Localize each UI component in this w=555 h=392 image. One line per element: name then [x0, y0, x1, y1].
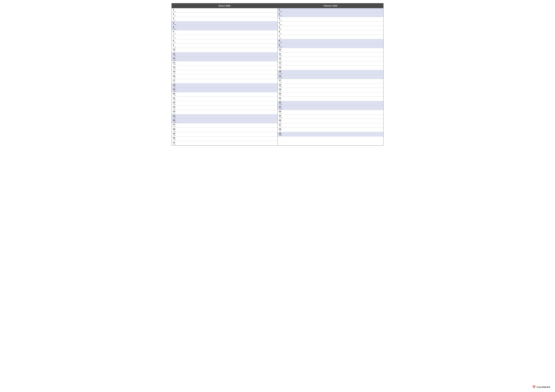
day-info: 2 JUE [173, 13, 176, 17]
day-name: JUE [173, 139, 176, 141]
day-number: 3 [173, 17, 176, 19]
day-number: 17 [279, 79, 282, 81]
day-info: 10 VIE [173, 48, 176, 52]
day-number: 7 [279, 35, 282, 37]
day-info: 13 JUE [279, 62, 282, 65]
day-name: MIÉ [279, 90, 282, 92]
day-number: 15 [173, 71, 176, 72]
day-info: 15 MIÉ [173, 71, 176, 74]
day-row: 10 LUN [278, 48, 384, 52]
day-name: JUE [279, 95, 282, 96]
day-row: 11 MAR [278, 52, 384, 57]
day-name: DOM [173, 59, 176, 61]
day-info: 16 DOM [279, 75, 282, 78]
day-row: 19 DOM [172, 88, 278, 92]
day-number: 23 [173, 106, 176, 108]
day-info: 10 LUN [279, 48, 282, 52]
day-number: 20 [279, 93, 282, 95]
day-row: 18 SÁB [172, 84, 278, 88]
day-name: VIE [173, 50, 176, 52]
day-row: 6 JUE [278, 30, 384, 35]
day-row: 1 MIÉ [172, 8, 278, 13]
day-number: 5 [279, 26, 282, 28]
day-name: LUN [173, 126, 176, 127]
day-info: 1 SÁB [279, 8, 282, 12]
day-name: SÁB [279, 104, 282, 105]
day-info: 3 VIE [173, 17, 176, 21]
day-info: 4 SÁB [173, 22, 176, 25]
day-number: 12 [279, 57, 282, 59]
day-row: 19 MIÉ [278, 88, 384, 92]
day-row: 4 MAR [278, 21, 384, 26]
day-number: 28 [173, 128, 176, 130]
day-name: MAR [173, 68, 176, 70]
day-info: 7 MAR [173, 35, 176, 39]
day-number: 6 [173, 31, 176, 33]
day-row: 8 MIÉ [172, 39, 278, 44]
day-info: 19 MIÉ [279, 88, 282, 92]
day-name: JUE [173, 77, 176, 78]
day-number: 9 [279, 44, 282, 46]
day-number: 11 [173, 53, 176, 55]
day-name: JUE [279, 126, 282, 127]
day-row: 15 MIÉ [172, 70, 278, 75]
day-info: 18 MAR [279, 84, 282, 87]
enero-days-list: 1 MIÉ 2 JUE 3 VIE 4 SÁB 5 DOM [172, 8, 278, 145]
day-name: VIE [279, 37, 282, 39]
day-name: LUN [173, 33, 176, 34]
day-row: 10 VIE [172, 48, 278, 52]
day-number: 9 [173, 44, 176, 46]
day-row: 22 SÁB [278, 101, 384, 106]
day-name: VIE [173, 144, 176, 145]
day-row: 2 JUE [172, 13, 278, 17]
day-name: VIE [173, 82, 176, 83]
day-number: 7 [173, 35, 176, 37]
day-row: 12 DOM [172, 57, 278, 61]
day-row: 23 JUE [172, 106, 278, 110]
day-name: VIE [173, 113, 176, 114]
day-info: 23 JUE [173, 106, 176, 110]
day-name: SÁB [173, 86, 176, 87]
day-info: 1 MIÉ [173, 8, 176, 12]
day-number: 26 [279, 119, 282, 121]
day-name: MIÉ [173, 11, 176, 12]
day-name: LUN [279, 50, 282, 52]
day-number: 16 [173, 75, 176, 77]
day-info: 26 DOM [173, 119, 176, 123]
day-row: 9 DOM [278, 44, 384, 48]
day-row: 25 MAR [278, 114, 384, 119]
day-info: 27 JUE [279, 124, 282, 127]
day-number: 12 [173, 57, 176, 59]
day-number: 2 [173, 13, 176, 15]
day-name: SÁB [279, 11, 282, 12]
day-number: 25 [173, 115, 176, 117]
day-name: LUN [279, 20, 282, 21]
febrero-title: Febrero 2020 [323, 5, 337, 7]
day-info: 17 VIE [173, 79, 176, 83]
day-row: 4 SÁB [172, 21, 278, 26]
day-info: 17 LUN [279, 79, 282, 83]
day-number: 1 [173, 8, 176, 11]
day-number: 29 [173, 132, 176, 135]
day-info: 22 MIÉ [173, 101, 176, 105]
day-name: MIÉ [279, 121, 282, 123]
day-info: 5 DOM [173, 26, 176, 30]
day-row: 18 MAR [278, 84, 384, 88]
day-row: 7 VIE [278, 35, 384, 39]
day-row: 9 JUE [172, 44, 278, 48]
enero-header: Enero 2020 [172, 3, 278, 8]
day-number: 15 [279, 71, 282, 72]
day-name: MAR [173, 130, 176, 132]
day-name: MIÉ [173, 73, 176, 74]
day-info: 6 LUN [173, 31, 176, 34]
day-info: 14 VIE [279, 66, 282, 70]
day-row: 25 SÁB [172, 114, 278, 119]
day-row: 6 LUN [172, 30, 278, 35]
day-row: 22 MIÉ [172, 101, 278, 106]
day-row: 29 SÁB [278, 132, 384, 136]
day-row: 21 MAR [172, 97, 278, 101]
day-name: LUN [173, 64, 176, 65]
day-name: DOM [173, 121, 176, 123]
day-info: 8 SÁB [279, 40, 282, 43]
day-number: 10 [173, 48, 176, 50]
